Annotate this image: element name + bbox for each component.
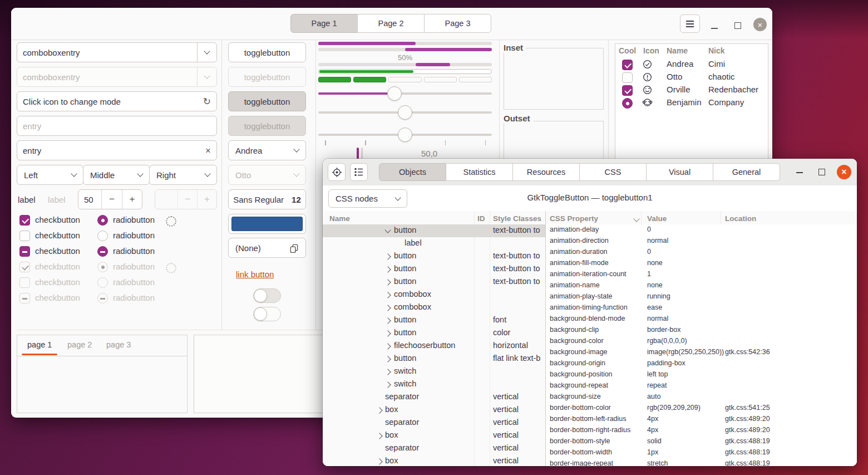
- css-property-row[interactable]: animation-directionnormal: [546, 236, 857, 247]
- align-combo-left[interactable]: Left: [17, 165, 83, 185]
- file-chooser-button[interactable]: (None): [228, 238, 306, 258]
- css-property-row[interactable]: animation-iteration-count1: [546, 269, 857, 280]
- tree-row-switch[interactable]: switch: [323, 378, 545, 391]
- css-property-row[interactable]: border-bottom-right-radius4pxgtk.css:489…: [546, 425, 857, 436]
- chevron-right-icon[interactable]: [384, 317, 391, 324]
- color-button[interactable]: [228, 214, 306, 234]
- inspector-tab-general[interactable]: General: [713, 163, 780, 181]
- table-row[interactable]: OrvilleRedenbacher: [615, 84, 768, 97]
- spin-minus-button[interactable]: −: [102, 190, 122, 209]
- notebook-tab-page-1[interactable]: page 1: [27, 340, 52, 349]
- spinbutton[interactable]: 50 − +: [78, 189, 142, 209]
- chevron-right-icon[interactable]: [384, 253, 391, 259]
- tree-row-button[interactable]: buttontext-button to: [323, 250, 545, 263]
- css-property-row[interactable]: animation-timing-functionease: [546, 302, 857, 314]
- css-property-row[interactable]: background-sizeauto: [546, 391, 857, 403]
- table-header-cool[interactable]: Cool: [619, 46, 636, 55]
- togglebutton-normal[interactable]: togglebutton: [228, 42, 306, 62]
- chevron-right-icon[interactable]: [384, 381, 391, 388]
- chevron-right-icon[interactable]: [384, 369, 391, 375]
- chevron-right-icon[interactable]: [384, 330, 391, 336]
- tree-row-switch[interactable]: switch: [323, 365, 545, 378]
- checkbutton[interactable]: [19, 215, 30, 226]
- css-property-row[interactable]: border-bottom-width1pxgtk.css:488:19: [546, 447, 857, 458]
- tree-row-box[interactable]: boxvertical: [323, 404, 545, 417]
- css-property-row[interactable]: animation-fill-modenone: [546, 258, 857, 269]
- show-details-button[interactable]: [350, 163, 368, 181]
- align-combo-right[interactable]: Right: [149, 165, 217, 185]
- menu-button[interactable]: [680, 14, 700, 33]
- tree-row-separator[interactable]: separatorvertical: [323, 417, 545, 429]
- tab-page-1[interactable]: Page 1: [290, 14, 358, 33]
- css-property-row[interactable]: background-clipborder-box: [546, 325, 857, 336]
- tree-header-name[interactable]: Name: [329, 214, 350, 223]
- font-button[interactable]: Sans Regular 12: [228, 189, 306, 209]
- tab-page-3[interactable]: Page 3: [424, 14, 491, 33]
- chevron-right-icon[interactable]: [384, 266, 391, 272]
- scale-3-knob[interactable]: [398, 128, 412, 142]
- tree-row-combobox[interactable]: combobox: [323, 288, 545, 301]
- tree-row-button[interactable]: buttontext-button to: [323, 224, 545, 237]
- tree-row-filechooserbutton[interactable]: filechooserbuttonhorizontal: [323, 340, 545, 352]
- cool-checkbox[interactable]: [622, 98, 633, 109]
- chevron-right-icon[interactable]: [384, 279, 391, 285]
- tree-header-classes[interactable]: Style Classes: [493, 214, 544, 223]
- switch-off-1[interactable]: [253, 288, 281, 303]
- tree-header-id[interactable]: ID: [477, 214, 485, 223]
- chevron-down-icon[interactable]: [384, 227, 391, 233]
- css-property-row[interactable]: background-repeatrepeat: [546, 380, 857, 391]
- name-combo[interactable]: Andrea: [228, 140, 306, 160]
- inspector-tab-statistics[interactable]: Statistics: [446, 163, 513, 181]
- pick-widget-button[interactable]: [328, 163, 346, 181]
- chevron-right-icon[interactable]: [384, 356, 391, 362]
- link-button[interactable]: link button: [236, 270, 274, 279]
- close-button[interactable]: ×: [753, 18, 767, 31]
- css-property-row[interactable]: animation-delay0: [546, 224, 857, 236]
- maximize-button[interactable]: [734, 22, 741, 29]
- inspector-tab-objects[interactable]: Objects: [379, 163, 446, 181]
- align-combo-middle[interactable]: Middle: [83, 165, 150, 185]
- tree-row-button[interactable]: buttoncolor: [323, 327, 545, 340]
- css-property-row[interactable]: border-image-repeatstretchgtk.css:488:19: [546, 458, 857, 466]
- entry-clearable[interactable]: entry ×: [17, 140, 217, 160]
- table-row[interactable]: BenjaminCompany: [615, 97, 768, 110]
- tab-page-2[interactable]: Page 2: [357, 14, 425, 33]
- scale-1-track[interactable]: [318, 92, 492, 95]
- css-property-row[interactable]: animation-duration0: [546, 247, 857, 258]
- tree-row-box[interactable]: boxvertical: [323, 455, 545, 466]
- tree-row-box[interactable]: boxvertical: [323, 429, 545, 442]
- css-header-value[interactable]: Value: [647, 214, 667, 223]
- spin-plus-button[interactable]: +: [122, 190, 142, 209]
- css-property-row[interactable]: background-positionleft top: [546, 369, 857, 380]
- comboboxentry[interactable]: comboboxentry: [17, 42, 217, 62]
- notebook-tab-page-3[interactable]: page 3: [106, 340, 131, 349]
- tree-row-button[interactable]: buttonfont: [323, 314, 545, 327]
- radiobutton[interactable]: [97, 246, 108, 257]
- switch-off-2[interactable]: [253, 307, 281, 321]
- clear-icon[interactable]: ×: [205, 146, 211, 155]
- inspector-tab-visual[interactable]: Visual: [646, 163, 713, 181]
- chevron-right-icon[interactable]: [376, 458, 382, 464]
- inspector-tab-css[interactable]: CSS: [579, 163, 647, 181]
- table-header-nick[interactable]: Nick: [708, 46, 725, 55]
- css-property-row[interactable]: animation-play-staterunning: [546, 291, 857, 302]
- table-row[interactable]: Ottochaotic: [615, 71, 768, 84]
- notebook-tab-page-2[interactable]: page 2: [67, 340, 92, 349]
- tree-row-combobox[interactable]: combobox: [323, 301, 545, 314]
- cool-checkbox[interactable]: [622, 85, 633, 96]
- cool-checkbox[interactable]: [622, 60, 633, 70]
- minimize-button[interactable]: [796, 172, 803, 173]
- chevron-right-icon[interactable]: [384, 305, 391, 311]
- css-property-row[interactable]: animation-namenone: [546, 280, 857, 291]
- css-property-row[interactable]: border-bottom-colorrgb(209,209,209)gtk.c…: [546, 403, 857, 414]
- close-button[interactable]: ×: [837, 165, 851, 179]
- css-property-row[interactable]: border-bottom-left-radius4pxgtk.css:489:…: [546, 414, 857, 425]
- css-property-row[interactable]: background-blend-modenormal: [546, 314, 857, 325]
- css-header-location[interactable]: Location: [725, 214, 756, 223]
- chevron-right-icon[interactable]: [376, 433, 382, 439]
- scale-1-knob[interactable]: [387, 86, 402, 101]
- radiobutton[interactable]: [97, 215, 108, 226]
- checkbutton[interactable]: [19, 246, 30, 257]
- refresh-icon[interactable]: ↻: [203, 97, 211, 106]
- entry-placeholder[interactable]: entry: [17, 116, 217, 136]
